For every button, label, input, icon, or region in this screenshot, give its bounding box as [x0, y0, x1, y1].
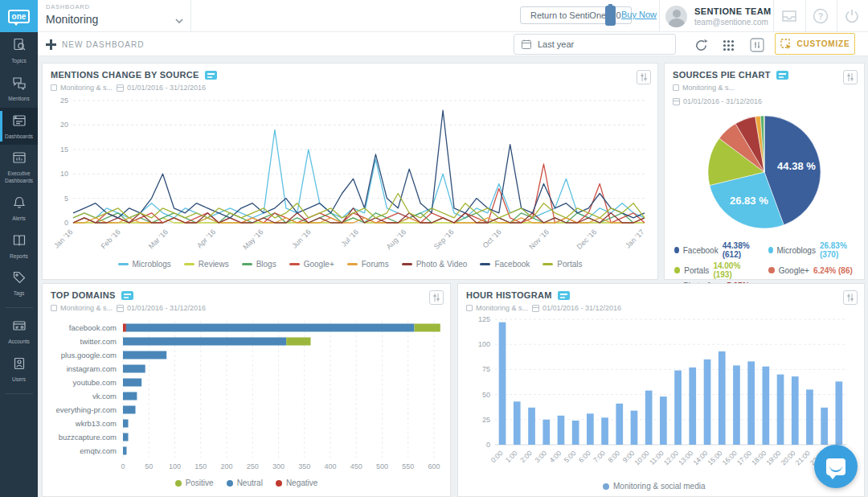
legend-swatch [289, 263, 300, 265]
panel-top-domains: TOP DOMAINS Monitoring & s... 01/01/2016… [42, 283, 451, 497]
legend-item-photo-video[interactable]: Photo & Video [402, 260, 468, 269]
legend-item-neutral[interactable]: Neutral [227, 479, 263, 487]
panel-title: SOURCES PIE CHART [673, 70, 771, 80]
svg-text:25: 25 [60, 97, 68, 105]
legend-value: 44.38% (612) [723, 241, 757, 259]
svg-text:vk.com: vk.com [92, 392, 117, 400]
customize-label: CUSTOMIZE [797, 39, 850, 48]
legend-item-portals[interactable]: Portals14.00% (193) [674, 261, 757, 279]
svg-text:450: 450 [350, 462, 362, 470]
panel-settings-icon[interactable] [843, 290, 858, 305]
chart-type-icon [205, 71, 217, 80]
legend-label: Negative [286, 479, 317, 487]
sidebar-item-topics[interactable]: Topics [0, 32, 38, 70]
grid-icon[interactable] [718, 35, 739, 55]
legend-item-microblogs[interactable]: Microblogs [118, 260, 171, 269]
svg-text:125: 125 [478, 315, 490, 323]
legend-label: Reviews [199, 260, 229, 269]
user-menu[interactable]: SENTIONE TEAM team@sentione.com [665, 0, 772, 32]
calendar-icon [522, 39, 531, 49]
mentions-icon [12, 76, 27, 93]
chat-bubble-button[interactable] [814, 445, 858, 488]
panel-hour-histogram: HOUR HISTOGRAM Monitoring & s... 01/01/2… [457, 283, 865, 497]
svg-text:14:00: 14:00 [691, 449, 709, 466]
date-range-input[interactable]: Last year [514, 34, 676, 55]
legend-label: Portals [557, 260, 582, 269]
sidebar-item-accounts[interactable]: Accounts [0, 313, 38, 351]
sidebar-item-mentions[interactable]: Mentions [0, 70, 38, 108]
svg-text:50: 50 [145, 462, 153, 470]
svg-text:100: 100 [478, 340, 490, 348]
panel-settings-icon[interactable] [637, 70, 651, 84]
legend-item-google-[interactable]: Google+ [289, 260, 334, 269]
panel-settings-icon[interactable] [429, 290, 444, 305]
svg-text:wkrb13.com: wkrb13.com [75, 419, 117, 428]
customize-button[interactable]: CUSTOMIZE [775, 33, 855, 55]
svg-text:400: 400 [324, 462, 336, 470]
panel-title: MENTIONS CHANGE BY SOURCE [51, 70, 199, 80]
svg-text:20: 20 [60, 121, 68, 129]
legend-item-blogs[interactable]: Blogs [242, 260, 276, 269]
sidebar-item-reports[interactable]: Reports [0, 228, 38, 265]
user-email: team@sentione.com [694, 18, 772, 27]
dashboard-selector[interactable]: DASHBOARD Monitoring [46, 3, 186, 26]
legend-value: 26.83% (370) [820, 241, 854, 259]
sidebar-item-users[interactable]: Users [0, 351, 38, 388]
sidebar-item-label: Topics [11, 58, 26, 65]
svg-text:1:00: 1:00 [504, 449, 519, 464]
legend-item-facebook[interactable]: Facebook [480, 260, 530, 269]
mentions-line-chart: 0510152025Jan '16Feb '16Mar '16Apr '16Ma… [43, 94, 657, 260]
legend-item-negative[interactable]: Negative [276, 479, 317, 487]
legend-swatch [542, 263, 553, 265]
legend-item-monitoring-social-media[interactable]: Monitoring & social media [603, 482, 706, 491]
reports-icon [12, 233, 27, 251]
svg-text:19:00: 19:00 [764, 449, 782, 466]
legend-item-portals[interactable]: Portals [542, 260, 582, 269]
main-content: MENTIONS CHANGE BY SOURCE Monitoring & s… [38, 56, 868, 497]
legend-item-google-[interactable]: Google+6.24% (86) [768, 261, 854, 279]
legend-label: Photo & Video [416, 260, 468, 269]
legend-item-facebook[interactable]: Facebook44.38% (612) [674, 241, 757, 259]
svg-text:200: 200 [220, 462, 232, 470]
inbox-icon[interactable] [773, 0, 805, 32]
power-icon[interactable] [836, 0, 868, 32]
legend-swatch [242, 263, 252, 265]
calendar-icon [673, 98, 680, 105]
legend-item-microblogs[interactable]: Microblogs26.83% (370) [768, 241, 854, 259]
svg-text:10:00: 10:00 [633, 449, 650, 466]
topbar: one DASHBOARD Monitoring Return to Senti… [0, 0, 868, 32]
refresh-icon[interactable] [690, 35, 711, 55]
legend-value: 6.24% (86) [813, 266, 853, 275]
histogram-legend: Monitoring & social media [458, 482, 864, 491]
sidebar-item-label: Reports [10, 253, 28, 261]
plan-battery-icon [605, 6, 616, 26]
executive-dashboards-icon [12, 150, 27, 168]
new-dashboard-button[interactable]: NEW DASHBOARD [46, 32, 144, 56]
buy-now-link[interactable]: Buy Now [621, 10, 657, 19]
panel-settings-icon[interactable] [843, 70, 858, 84]
svg-text:13:00: 13:00 [677, 449, 694, 466]
legend-label: Portals [684, 266, 709, 275]
svg-text:300: 300 [272, 462, 285, 470]
sidebar-item-alerts[interactable]: Alerts [0, 190, 38, 228]
svg-text:Jun '16: Jun '16 [290, 228, 312, 249]
svg-text:everything-pr.com: everything-pr.com [55, 405, 117, 414]
widgets-icon[interactable] [747, 35, 768, 55]
svg-text:11:00: 11:00 [648, 449, 665, 466]
legend-item-forums[interactable]: Forums [347, 260, 389, 269]
svg-text:youtube.com: youtube.com [73, 378, 117, 387]
legend-item-positive[interactable]: Positive [175, 479, 214, 487]
help-icon[interactable]: ? [805, 0, 837, 32]
sidebar-item-tags[interactable]: Tags [0, 265, 38, 302]
dashboard-section-label: DASHBOARD [46, 3, 186, 10]
sidebar-item-dashboards[interactable]: Dashboards [0, 108, 38, 146]
sentione-logo[interactable]: one [0, 0, 38, 32]
sidebar-item-executive-dashboards[interactable]: Executive Dashboards [0, 145, 38, 190]
plus-icon [46, 39, 56, 50]
chevron-down-icon[interactable] [175, 13, 183, 27]
svg-text:Jul '16: Jul '16 [340, 228, 360, 248]
calendar-icon [117, 305, 124, 312]
legend-item-reviews[interactable]: Reviews [184, 260, 229, 269]
legend-label: Google+ [304, 260, 334, 269]
svg-text:Jan '16: Jan '16 [52, 228, 74, 249]
